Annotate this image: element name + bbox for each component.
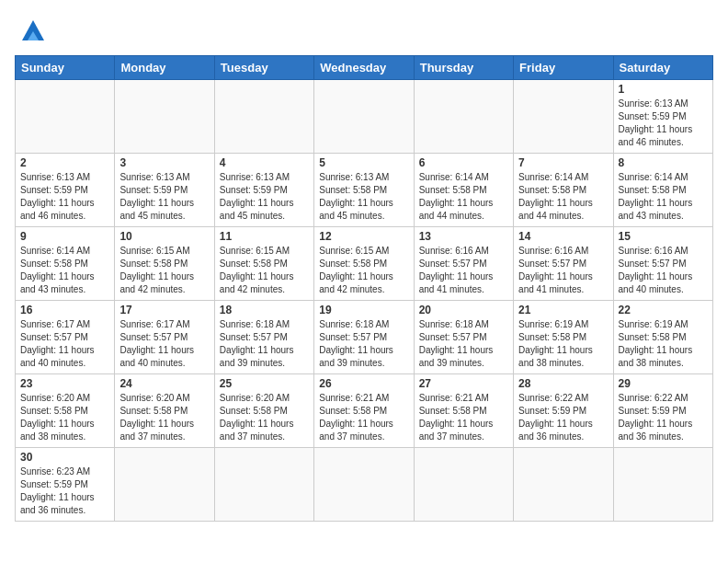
calendar-cell: 28Sunrise: 6:22 AM Sunset: 5:59 PM Dayli… [514, 374, 613, 448]
cell-sun-info: Sunrise: 6:16 AM Sunset: 5:57 PM Dayligh… [518, 245, 608, 296]
cell-sun-info: Sunrise: 6:22 AM Sunset: 5:59 PM Dayligh… [619, 392, 708, 443]
calendar-cell [214, 80, 313, 154]
calendar-cell [414, 80, 513, 154]
calendar-cell [414, 448, 513, 522]
calendar-week-row: 9Sunrise: 6:14 AM Sunset: 5:58 PM Daylig… [16, 227, 713, 301]
calendar-cell [115, 448, 214, 522]
calendar-cell [115, 80, 214, 154]
logo-icon [18, 15, 48, 44]
calendar-cell [314, 80, 414, 154]
calendar-cell [514, 80, 613, 154]
day-number: 5 [319, 156, 408, 169]
day-number: 29 [619, 377, 708, 390]
cell-sun-info: Sunrise: 6:22 AM Sunset: 5:59 PM Dayligh… [518, 392, 608, 443]
calendar-cell: 27Sunrise: 6:21 AM Sunset: 5:58 PM Dayli… [414, 374, 513, 448]
cell-sun-info: Sunrise: 6:20 AM Sunset: 5:58 PM Dayligh… [20, 392, 109, 443]
calendar-cell: 29Sunrise: 6:22 AM Sunset: 5:59 PM Dayli… [613, 374, 712, 448]
weekday-header-monday: Monday [115, 56, 214, 80]
day-number: 10 [119, 230, 209, 243]
cell-sun-info: Sunrise: 6:13 AM Sunset: 5:59 PM Dayligh… [619, 98, 708, 149]
calendar-cell: 19Sunrise: 6:18 AM Sunset: 5:57 PM Dayli… [314, 301, 414, 374]
day-number: 1 [619, 83, 708, 96]
calendar-cell: 4Sunrise: 6:13 AM Sunset: 5:59 PM Daylig… [214, 154, 313, 227]
logo [15, 15, 48, 44]
day-number: 27 [419, 377, 508, 390]
day-number: 17 [119, 304, 209, 316]
cell-sun-info: Sunrise: 6:19 AM Sunset: 5:58 PM Dayligh… [619, 318, 708, 370]
calendar-cell: 14Sunrise: 6:16 AM Sunset: 5:57 PM Dayli… [514, 227, 613, 301]
calendar-week-row: 1Sunrise: 6:13 AM Sunset: 5:59 PM Daylig… [16, 80, 713, 154]
calendar-cell: 13Sunrise: 6:16 AM Sunset: 5:57 PM Dayli… [414, 227, 513, 301]
weekday-header-sunday: Sunday [16, 56, 115, 80]
cell-sun-info: Sunrise: 6:13 AM Sunset: 5:59 PM Dayligh… [220, 171, 309, 223]
day-number: 6 [419, 156, 508, 169]
calendar-cell: 18Sunrise: 6:18 AM Sunset: 5:57 PM Dayli… [214, 301, 313, 374]
calendar-cell [314, 448, 414, 522]
cell-sun-info: Sunrise: 6:16 AM Sunset: 5:57 PM Dayligh… [419, 245, 508, 296]
day-number: 28 [518, 377, 608, 390]
cell-sun-info: Sunrise: 6:15 AM Sunset: 5:58 PM Dayligh… [319, 245, 408, 296]
day-number: 21 [518, 304, 608, 316]
day-number: 7 [518, 156, 608, 169]
calendar-cell: 2Sunrise: 6:13 AM Sunset: 5:59 PM Daylig… [16, 154, 115, 227]
day-number: 23 [20, 377, 109, 390]
weekday-header-friday: Friday [514, 56, 613, 80]
weekday-header-thursday: Thursday [414, 56, 513, 80]
cell-sun-info: Sunrise: 6:18 AM Sunset: 5:57 PM Dayligh… [220, 318, 309, 370]
day-number: 20 [419, 304, 508, 316]
calendar-cell: 10Sunrise: 6:15 AM Sunset: 5:58 PM Dayli… [115, 227, 214, 301]
calendar-cell: 1Sunrise: 6:13 AM Sunset: 5:59 PM Daylig… [613, 80, 712, 154]
cell-sun-info: Sunrise: 6:13 AM Sunset: 5:59 PM Dayligh… [20, 171, 109, 223]
day-number: 19 [319, 304, 408, 316]
calendar-cell: 9Sunrise: 6:14 AM Sunset: 5:58 PM Daylig… [16, 227, 115, 301]
cell-sun-info: Sunrise: 6:17 AM Sunset: 5:57 PM Dayligh… [20, 318, 109, 370]
day-number: 24 [119, 377, 209, 390]
cell-sun-info: Sunrise: 6:21 AM Sunset: 5:58 PM Dayligh… [419, 392, 508, 443]
calendar-cell: 25Sunrise: 6:20 AM Sunset: 5:58 PM Dayli… [214, 374, 313, 448]
calendar-cell [214, 448, 313, 522]
calendar-cell: 7Sunrise: 6:14 AM Sunset: 5:58 PM Daylig… [514, 154, 613, 227]
calendar-cell: 6Sunrise: 6:14 AM Sunset: 5:58 PM Daylig… [414, 154, 513, 227]
day-number: 4 [220, 156, 309, 169]
day-number: 26 [319, 377, 408, 390]
calendar-week-row: 16Sunrise: 6:17 AM Sunset: 5:57 PM Dayli… [16, 301, 713, 374]
cell-sun-info: Sunrise: 6:14 AM Sunset: 5:58 PM Dayligh… [419, 171, 508, 223]
calendar-cell: 15Sunrise: 6:16 AM Sunset: 5:57 PM Dayli… [613, 227, 712, 301]
day-number: 3 [119, 156, 209, 169]
day-number: 30 [20, 451, 109, 464]
calendar-cell: 21Sunrise: 6:19 AM Sunset: 5:58 PM Dayli… [514, 301, 613, 374]
page-header [15, 15, 713, 44]
calendar-table: SundayMondayTuesdayWednesdayThursdayFrid… [15, 55, 713, 522]
calendar-cell: 30Sunrise: 6:23 AM Sunset: 5:59 PM Dayli… [16, 448, 115, 522]
weekday-header-saturday: Saturday [613, 56, 712, 80]
cell-sun-info: Sunrise: 6:20 AM Sunset: 5:58 PM Dayligh… [220, 392, 309, 443]
calendar-week-row: 23Sunrise: 6:20 AM Sunset: 5:58 PM Dayli… [16, 374, 713, 448]
day-number: 9 [20, 230, 109, 243]
day-number: 13 [419, 230, 508, 243]
cell-sun-info: Sunrise: 6:16 AM Sunset: 5:57 PM Dayligh… [619, 245, 708, 296]
calendar-cell [514, 448, 613, 522]
cell-sun-info: Sunrise: 6:13 AM Sunset: 5:58 PM Dayligh… [319, 171, 408, 223]
cell-sun-info: Sunrise: 6:13 AM Sunset: 5:59 PM Dayligh… [119, 171, 209, 223]
day-number: 18 [220, 304, 309, 316]
calendar-cell: 26Sunrise: 6:21 AM Sunset: 5:58 PM Dayli… [314, 374, 414, 448]
calendar-week-row: 2Sunrise: 6:13 AM Sunset: 5:59 PM Daylig… [16, 154, 713, 227]
day-number: 22 [619, 304, 708, 316]
calendar-cell: 11Sunrise: 6:15 AM Sunset: 5:58 PM Dayli… [214, 227, 313, 301]
weekday-header-tuesday: Tuesday [214, 56, 313, 80]
cell-sun-info: Sunrise: 6:15 AM Sunset: 5:58 PM Dayligh… [119, 245, 209, 296]
calendar-cell: 5Sunrise: 6:13 AM Sunset: 5:58 PM Daylig… [314, 154, 414, 227]
calendar-cell [613, 448, 712, 522]
calendar-cell: 24Sunrise: 6:20 AM Sunset: 5:58 PM Dayli… [115, 374, 214, 448]
calendar-cell: 8Sunrise: 6:14 AM Sunset: 5:58 PM Daylig… [613, 154, 712, 227]
calendar-cell: 12Sunrise: 6:15 AM Sunset: 5:58 PM Dayli… [314, 227, 414, 301]
calendar-cell [16, 80, 115, 154]
cell-sun-info: Sunrise: 6:23 AM Sunset: 5:59 PM Dayligh… [20, 465, 109, 517]
calendar-cell: 17Sunrise: 6:17 AM Sunset: 5:57 PM Dayli… [115, 301, 214, 374]
day-number: 12 [319, 230, 408, 243]
cell-sun-info: Sunrise: 6:18 AM Sunset: 5:57 PM Dayligh… [419, 318, 508, 370]
day-number: 16 [20, 304, 109, 316]
cell-sun-info: Sunrise: 6:19 AM Sunset: 5:58 PM Dayligh… [518, 318, 608, 370]
calendar-week-row: 30Sunrise: 6:23 AM Sunset: 5:59 PM Dayli… [16, 448, 713, 522]
calendar-cell: 23Sunrise: 6:20 AM Sunset: 5:58 PM Dayli… [16, 374, 115, 448]
